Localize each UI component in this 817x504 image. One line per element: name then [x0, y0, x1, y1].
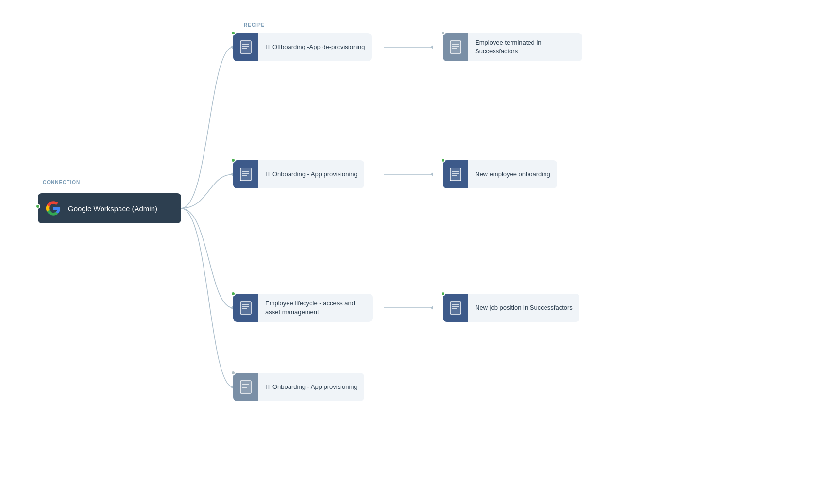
- node-onboarding-dot: [231, 158, 236, 163]
- connection-label: CONNECTION: [43, 180, 80, 185]
- svg-rect-10: [240, 41, 251, 53]
- svg-rect-22: [450, 168, 461, 181]
- doc-icon: [450, 168, 461, 181]
- svg-marker-5: [430, 45, 433, 49]
- node-job-position-text: New job position in Successfactors: [475, 303, 573, 312]
- node-lifecycle-textbox: Employee lifecycle - access and asset ma…: [258, 294, 373, 322]
- node-job-position-dot: [441, 291, 445, 296]
- svg-marker-9: [430, 306, 433, 310]
- arrows-svg: [0, 0, 817, 504]
- node-terminated-icon: [443, 33, 468, 61]
- doc-icon: [450, 40, 461, 54]
- svg-marker-7: [430, 172, 433, 176]
- node-offboarding-textbox: IT Offboarding -App de-provisioning: [258, 33, 372, 61]
- node-offboarding-text: IT Offboarding -App de-provisioning: [265, 43, 365, 51]
- node-terminated-text: Employee terminated in Successfactors: [475, 38, 576, 56]
- node-terminated-dot: [441, 31, 445, 35]
- node-job-position[interactable]: New job position in Successfactors: [443, 294, 579, 322]
- node-new-employee-dot: [441, 158, 445, 163]
- node-job-position-icon: [443, 294, 468, 322]
- canvas: CONNECTION Google Workspace (Admin) RECI…: [0, 0, 817, 504]
- svg-rect-14: [450, 41, 461, 53]
- svg-rect-18: [240, 168, 251, 181]
- doc-icon: [240, 40, 252, 54]
- node-offboarding-icon: [233, 33, 258, 61]
- svg-rect-30: [450, 302, 461, 314]
- node-terminated[interactable]: Employee terminated in Successfactors: [443, 33, 582, 61]
- node-onboarding-bottom-dot: [231, 370, 236, 375]
- google-workspace-node[interactable]: Google Workspace (Admin): [38, 193, 181, 223]
- node-new-employee-icon: [443, 160, 468, 188]
- node-onboarding-text: IT Onboarding - App provisioning: [265, 170, 357, 179]
- node-onboarding-bottom-icon: [233, 373, 258, 401]
- node-onboarding[interactable]: IT Onboarding - App provisioning: [233, 160, 364, 188]
- doc-icon: [240, 301, 252, 315]
- node-offboarding[interactable]: IT Offboarding -App de-provisioning: [233, 33, 372, 61]
- node-lifecycle-icon: [233, 294, 258, 322]
- node-onboarding-bottom[interactable]: IT Onboarding - App provisioning: [233, 373, 364, 401]
- doc-icon: [240, 168, 252, 181]
- node-lifecycle[interactable]: Employee lifecycle - access and asset ma…: [233, 294, 373, 322]
- node-lifecycle-dot: [231, 291, 236, 296]
- node-new-employee-textbox: New employee onboarding: [468, 160, 557, 188]
- recipe-label: RECIPE: [244, 22, 265, 28]
- svg-rect-34: [240, 381, 251, 393]
- node-terminated-textbox: Employee terminated in Successfactors: [468, 33, 582, 61]
- google-icon: [46, 201, 61, 216]
- node-job-position-textbox: New job position in Successfactors: [468, 294, 579, 322]
- node-onboarding-bottom-textbox: IT Onboarding - App provisioning: [258, 373, 364, 401]
- doc-icon: [450, 301, 461, 315]
- node-offboarding-dot: [231, 31, 236, 35]
- gw-node-label: Google Workspace (Admin): [68, 204, 157, 213]
- doc-icon: [240, 380, 252, 394]
- node-onboarding-icon: [233, 160, 258, 188]
- node-lifecycle-text: Employee lifecycle - access and asset ma…: [265, 299, 366, 317]
- node-new-employee-text: New employee onboarding: [475, 170, 550, 179]
- node-onboarding-bottom-text: IT Onboarding - App provisioning: [265, 383, 357, 391]
- node-onboarding-textbox: IT Onboarding - App provisioning: [258, 160, 364, 188]
- svg-rect-26: [240, 302, 251, 314]
- gw-status-dot: [35, 204, 40, 209]
- node-new-employee[interactable]: New employee onboarding: [443, 160, 557, 188]
